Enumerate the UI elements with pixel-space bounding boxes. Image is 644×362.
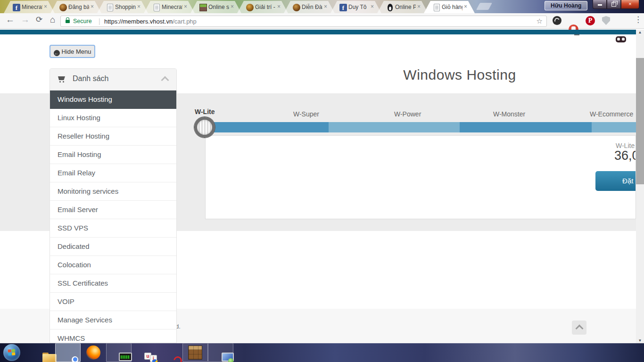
sidebar-item-monitoring-services[interactable]: Monitoring services — [50, 182, 176, 201]
forum-avatar-icon — [59, 4, 67, 11]
speedometer-extension-icon[interactable] — [553, 16, 561, 25]
tab-close-icon[interactable]: × — [91, 3, 94, 10]
url-text[interactable]: https://members.vhost.vn/cart.php — [104, 18, 197, 25]
tab-duy-to[interactable]: fDuy Tô× — [330, 1, 381, 13]
facebook-icon: f — [339, 4, 347, 11]
plan-label-w-ecommerce: W-Ecommerce — [590, 110, 633, 118]
tab-close-icon[interactable]: × — [464, 3, 467, 10]
penguin-icon — [386, 4, 394, 11]
sidebar-header[interactable]: Danh sách — [50, 69, 176, 90]
home-icon[interactable]: ⌂ — [50, 15, 55, 25]
shield-extension-icon[interactable] — [602, 16, 610, 25]
sidebar-item-dedicated[interactable]: Dedicated — [50, 238, 176, 256]
plan-slider-track[interactable] — [205, 122, 644, 132]
tab-giai-tri[interactable]: Giải trí - N× — [237, 1, 288, 13]
window-close-button[interactable]: × — [621, 0, 639, 9]
tab-close-icon[interactable]: × — [417, 3, 421, 10]
slider-segment — [205, 122, 329, 132]
sidebar-item-manage-services[interactable]: Manage Services — [50, 311, 176, 329]
tab-close-icon[interactable]: × — [184, 3, 187, 10]
reload-icon[interactable]: ⟳ — [36, 15, 42, 25]
tab-close-icon[interactable]: × — [44, 3, 47, 10]
chrome-menu-icon[interactable]: ⋮ — [634, 15, 642, 25]
minimize-icon — [598, 4, 602, 6]
chrome-profile-badge[interactable]: Hữu Hoàng — [545, 1, 587, 10]
minecraft-icon — [188, 346, 202, 360]
sidebar-item-email-server[interactable]: Email Server — [50, 201, 176, 219]
browser-toolbar: ← → ⟳ ⌂ Secure | https://members.vhost.v… — [0, 13, 644, 29]
plan-label-w-power: W-Power — [394, 110, 421, 118]
tab-dien-dan[interactable]: Diễn Đàn× — [284, 1, 335, 13]
sidebar-item-linux-hosting[interactable]: Linux Hosting — [50, 109, 176, 127]
url-separator: | — [99, 17, 100, 25]
taskbar-garena-button[interactable] — [157, 343, 182, 362]
plan-label-w-lite: W-Lite — [195, 108, 215, 115]
tab-close-icon[interactable]: × — [137, 3, 140, 10]
plan-card: W-Lite 36,0 Đặt h — [205, 135, 636, 219]
secure-label: Secure — [73, 18, 92, 25]
pinterest-extension-icon[interactable]: P — [586, 16, 595, 25]
tab-close-icon[interactable]: × — [231, 3, 234, 10]
back-icon[interactable]: ← — [6, 15, 15, 25]
tab-dang-bai[interactable]: Đăng bài× — [50, 1, 101, 13]
sidebar-item-windows-hosting[interactable]: Windows Hosting — [50, 90, 176, 109]
back-circle-icon: ← — [54, 50, 60, 56]
scrollbar-up-icon[interactable]: ▲ — [636, 30, 644, 34]
tab-minecraft-doc[interactable]: Minecraft× — [144, 1, 195, 13]
document-icon — [107, 4, 113, 11]
new-tab-button[interactable] — [476, 3, 492, 10]
tab-close-icon[interactable]: × — [324, 3, 327, 10]
window-restore-button[interactable] — [607, 0, 621, 9]
plan-slider-handle[interactable] — [194, 117, 215, 138]
chevron-up-icon — [161, 76, 169, 84]
firefox-icon — [86, 346, 100, 360]
taskbar-explorer-button[interactable] — [30, 343, 55, 362]
taskbar-system-monitor-button[interactable] — [106, 343, 132, 362]
window-minimize-button[interactable] — [593, 0, 607, 9]
cart-icon — [58, 75, 66, 83]
page-title: Windows Hosting — [368, 67, 552, 83]
taskbar-firefox-button[interactable] — [81, 343, 106, 362]
facebook-icon: f — [13, 4, 20, 11]
tab-gio-hang-active[interactable]: Giỏ hàng× — [424, 1, 475, 13]
sidebar-item-email-hosting[interactable]: Email Hosting — [50, 146, 176, 164]
tab-minecraft-fb[interactable]: fMinecraft× — [4, 1, 55, 13]
sidebar-item-whmcs[interactable]: WHMCS — [50, 329, 176, 343]
mask-extension-icon[interactable] — [616, 36, 626, 42]
tab-shopping[interactable]: Shopping× — [97, 1, 148, 13]
start-button[interactable] — [3, 344, 20, 361]
scrollbar-down-icon[interactable]: ▼ — [636, 338, 644, 343]
order-button[interactable]: Đặt h — [595, 171, 636, 191]
forum-avatar-icon — [246, 4, 254, 11]
taskbar-chrome-button[interactable] — [55, 343, 81, 362]
address-bar[interactable]: Secure | https://members.vhost.vn/cart.p… — [60, 16, 547, 27]
windows-logo-icon — [8, 349, 16, 356]
sidebar-item-reseller-hosting[interactable]: Reseller Hosting — [50, 127, 176, 146]
forum-avatar-icon — [293, 4, 300, 11]
hide-menu-button[interactable]: ←Hide Menu — [50, 45, 95, 58]
taskbar-remote-desktop-button[interactable] — [208, 343, 233, 362]
tab-close-icon[interactable]: × — [277, 3, 281, 10]
forward-icon[interactable]: → — [21, 15, 30, 25]
minecraft-block-icon — [199, 4, 207, 11]
sidebar-item-voip[interactable]: VOIP — [50, 293, 176, 311]
sidebar-item-email-relay[interactable]: Email Relay — [50, 164, 176, 182]
tab-online-sta[interactable]: Online sta× — [190, 1, 241, 13]
taskbar-unikey-button[interactable]: u i — [132, 343, 157, 362]
restore-icon — [611, 2, 616, 7]
tab-close-icon[interactable]: × — [371, 3, 374, 10]
document-icon — [154, 4, 160, 11]
page-scrollbar[interactable]: ▲ ▼ — [636, 30, 644, 343]
scroll-to-top-button[interactable] — [572, 321, 586, 335]
tab-online-pi[interactable]: Online Pi× — [377, 1, 428, 13]
category-sidebar: Danh sách Windows Hosting Linux Hosting … — [50, 68, 177, 343]
slider-segment — [329, 122, 460, 132]
sidebar-item-colocation[interactable]: Colocation — [50, 256, 176, 274]
windows-taskbar: u i A/C EN ▼ ▲ V ⚑ 8:52 AM 12/14/2017 — [0, 343, 644, 362]
bookmark-star-icon[interactable]: ☆ — [537, 17, 543, 25]
secure-lock-icon — [66, 20, 70, 23]
sidebar-item-ssd-vps[interactable]: SSD VPS — [50, 219, 176, 238]
taskbar-minecraft-button[interactable] — [182, 343, 208, 362]
scrollbar-thumb[interactable] — [636, 58, 644, 184]
sidebar-item-ssl-certificates[interactable]: SSL Certificates — [50, 274, 176, 293]
